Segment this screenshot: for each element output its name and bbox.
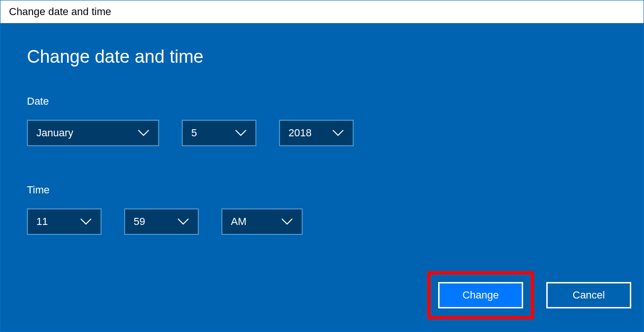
year-select[interactable]: 2018 — [279, 120, 354, 146]
ampm-select[interactable]: AM — [221, 208, 303, 235]
time-row: 11 59 AM — [27, 208, 617, 235]
ampm-value: AM — [231, 216, 246, 228]
hour-value: 11 — [36, 216, 48, 228]
time-label: Time — [27, 184, 617, 196]
highlight-annotation: Change — [427, 271, 534, 319]
window-title: Change date and time — [9, 6, 111, 18]
chevron-down-icon — [177, 218, 189, 225]
cancel-button[interactable]: Cancel — [546, 282, 631, 308]
chevron-down-icon — [281, 218, 293, 225]
window-titlebar: Change date and time — [0, 0, 644, 23]
hour-select[interactable]: 11 — [27, 208, 102, 235]
day-select[interactable]: 5 — [182, 120, 256, 146]
date-row: January 5 2018 — [27, 120, 617, 146]
chevron-down-icon — [332, 129, 344, 137]
chevron-down-icon — [235, 129, 247, 137]
month-value: January — [36, 127, 73, 139]
date-label: Date — [27, 95, 617, 108]
minute-value: 59 — [134, 216, 145, 228]
page-title: Change date and time — [27, 23, 617, 67]
dialog-body: Change date and time Date January 5 2018… — [0, 23, 644, 332]
minute-select[interactable]: 59 — [124, 208, 199, 235]
year-value: 2018 — [288, 127, 312, 139]
chevron-down-icon — [80, 218, 92, 225]
month-select[interactable]: January — [27, 120, 159, 146]
day-value: 5 — [191, 127, 197, 139]
dialog-footer: Change Cancel — [427, 271, 631, 319]
chevron-down-icon — [137, 129, 150, 137]
change-button[interactable]: Change — [438, 282, 523, 308]
